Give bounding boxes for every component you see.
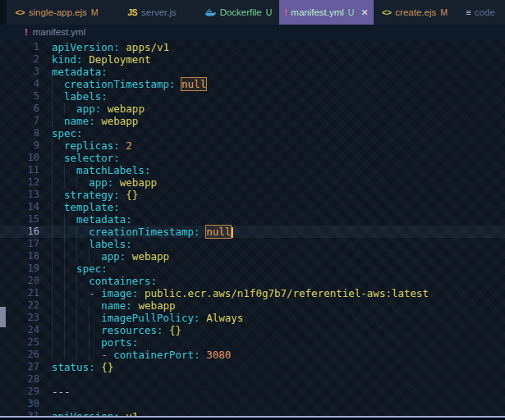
tab-single-app-ejs[interactable]: <>single-app.ejsM (7, 0, 107, 25)
code-line[interactable]: 8spec: (0, 127, 505, 139)
line-number[interactable]: 30 (0, 398, 39, 410)
line-number[interactable]: 9 (0, 139, 39, 152)
token (52, 238, 89, 250)
code-line[interactable]: 29--- (0, 386, 505, 398)
line-number[interactable]: 6 (0, 103, 39, 115)
line-number[interactable]: 28 (0, 373, 39, 386)
code-line[interactable]: 2kind: Deployment (0, 53, 505, 66)
line-number[interactable]: 12 (0, 176, 39, 189)
line-number[interactable]: 10 (0, 152, 39, 164)
token: image (101, 287, 132, 299)
code-line[interactable]: 17 labels: (0, 238, 505, 250)
code-line[interactable]: 3metadata: (0, 66, 505, 78)
code-line[interactable]: 1apiVersion: apps/v1 (0, 41, 505, 53)
code-line[interactable]: 19 spec: (0, 262, 505, 275)
line-number[interactable]: 11 (0, 164, 39, 176)
line-number[interactable]: 17 (0, 238, 39, 250)
breadcrumb[interactable]: ! manifest.yml (0, 25, 505, 39)
line-number[interactable]: 25 (0, 336, 39, 349)
code-line[interactable]: 16 creationTimestamp: null (0, 226, 505, 238)
breadcrumb-file: manifest.yml (33, 27, 86, 37)
code-line[interactable]: 30 (0, 398, 505, 410)
indent-guide (52, 176, 53, 189)
line-number[interactable]: 13 (0, 189, 39, 201)
code-line[interactable]: 11 matchLabels: (0, 164, 505, 176)
indent-guide (76, 226, 77, 238)
code-line[interactable]: 12 app: webapp (0, 176, 505, 189)
token: apiVersion (52, 41, 113, 53)
indent-guide (52, 287, 53, 299)
code-text: app: webapp (39, 103, 505, 115)
line-number[interactable]: 26 (0, 349, 39, 361)
line-number[interactable]: 1 (0, 41, 39, 53)
tab-create-ejs[interactable]: <>create.ejsM (374, 0, 456, 25)
warning-icon: ! (284, 7, 287, 17)
line-number[interactable]: 15 (0, 213, 39, 226)
line-number[interactable]: 8 (0, 127, 39, 139)
line-number[interactable]: 19 (0, 262, 39, 275)
token: selector (64, 152, 113, 164)
code-line[interactable]: 24 resources: {} (0, 324, 505, 336)
line-number[interactable]: 18 (0, 250, 39, 262)
line-number[interactable]: 22 (0, 299, 39, 312)
line-number[interactable]: 7 (0, 115, 39, 127)
line-number[interactable]: 16 (0, 226, 39, 238)
close-icon[interactable]: ✕ (360, 7, 368, 18)
tab-dockerfile[interactable]: DockerfileU (197, 0, 279, 25)
token: : (126, 299, 138, 312)
token: : (132, 336, 139, 349)
token: - (89, 287, 101, 299)
line-number[interactable]: 20 (0, 275, 39, 287)
indent-guide (64, 238, 65, 250)
code-line[interactable]: 25 ports: (0, 336, 505, 349)
line-number[interactable]: 29 (0, 386, 39, 398)
line-number[interactable]: 24 (0, 324, 39, 336)
indent-guide (52, 152, 53, 164)
indent-guide (52, 115, 53, 127)
indent-guide (64, 262, 65, 275)
line-number[interactable]: 4 (0, 78, 39, 90)
code-line[interactable]: 23 imagePullPolicy: Always (0, 312, 505, 324)
code-line[interactable]: 15 metadata: (0, 213, 505, 226)
code-line[interactable]: 5 labels: (0, 90, 505, 103)
code-line[interactable]: 9 replicas: 2 (0, 139, 505, 152)
line-number[interactable]: 14 (0, 201, 39, 213)
token: : (108, 176, 120, 189)
code-line[interactable]: 27status: {} (0, 361, 505, 373)
left-scrollbar-thumb[interactable] (0, 307, 6, 327)
line-number[interactable]: 21 (0, 287, 39, 299)
tab-code[interactable]: ≡code (456, 0, 505, 25)
line-number[interactable]: 3 (0, 66, 39, 78)
code-line[interactable]: 13 strategy: {} (0, 189, 505, 201)
code-line[interactable]: 22 name: webapp (0, 299, 505, 312)
indent-guide (76, 250, 77, 262)
code-line[interactable]: 20 containers: (0, 275, 505, 287)
token: imagePullPolicy (101, 312, 194, 324)
indent-guide (52, 189, 53, 201)
code-line[interactable]: 6 app: webapp (0, 103, 505, 115)
line-number[interactable]: 27 (0, 361, 39, 373)
token: ports (101, 336, 132, 349)
tab-label: single-app.ejs (29, 7, 87, 17)
code-line[interactable]: 21 - image: public.ecr.aws/n1f0g7b7/refe… (0, 287, 505, 299)
token: creationTimestamp (64, 78, 169, 90)
code-editor[interactable]: 1apiVersion: apps/v12kind: Deployment3me… (0, 39, 505, 420)
panel-edge (0, 0, 7, 25)
code-line[interactable]: 4 creationTimestamp: null (0, 78, 505, 90)
token: {} (126, 189, 138, 201)
indent-guide (52, 324, 53, 336)
code-line[interactable]: 26 - containerPort: 3080 (0, 349, 505, 361)
line-number[interactable]: 2 (0, 53, 39, 66)
code-line[interactable]: 18 app: webapp (0, 250, 505, 262)
code-line[interactable]: 14 template: (0, 201, 505, 213)
code-line[interactable]: 7 name: webapp (0, 115, 505, 127)
token: spec (76, 262, 101, 275)
line-number[interactable]: 23 (0, 312, 39, 324)
line-number[interactable]: 5 (0, 90, 39, 103)
code-line[interactable]: 10 selector: (0, 152, 505, 164)
tab-server-js[interactable]: JSserver.js (107, 0, 197, 25)
tab-manifest-yml[interactable]: !manifest.ymlU✕ (279, 0, 374, 25)
code-line[interactable]: 28 (0, 373, 505, 386)
code-brackets-icon: <> (382, 7, 391, 17)
token: metadata (52, 66, 101, 78)
